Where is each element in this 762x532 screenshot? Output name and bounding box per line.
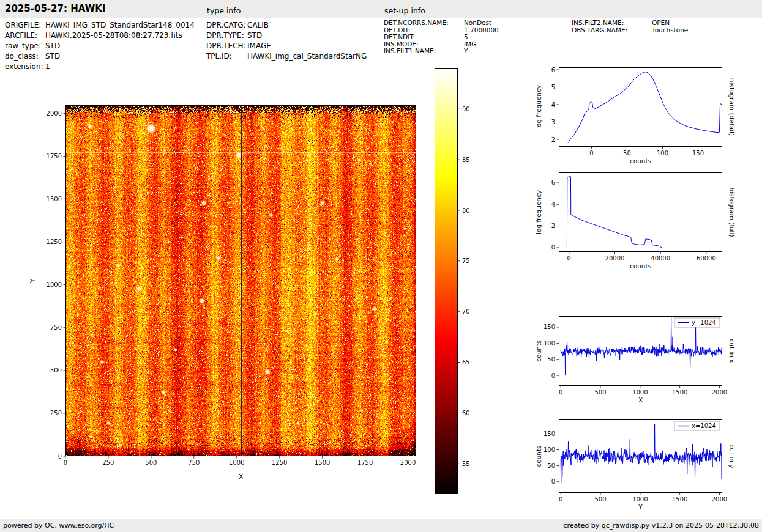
histogram-detail-chart: 05010015023456countslog frequencyhistogr… bbox=[559, 67, 722, 147]
y-tick-label: 50 bbox=[547, 462, 555, 469]
field-value: 5 bbox=[464, 33, 468, 40]
histogram-detail-line bbox=[568, 72, 722, 143]
meta-row: extension:1 bbox=[5, 62, 195, 72]
x-axis-label: X bbox=[638, 396, 643, 404]
field-label: DPR.CATG: bbox=[206, 20, 247, 31]
qc-report-page: 2025-05-27: HAWKI type info set-up info … bbox=[0, 0, 762, 532]
plot-svg: 5560657075808590 bbox=[428, 62, 485, 500]
colorbar-tick-label: 75 bbox=[462, 257, 470, 264]
type-info-section-label: type info bbox=[207, 6, 241, 15]
y-tick-label: 1750 bbox=[47, 153, 62, 160]
x-axis-label: X bbox=[239, 473, 243, 480]
field-value: CALIB bbox=[247, 21, 269, 29]
meta-row: ORIGFILE:HAWKI_IMG_STD_StandardStar148_0… bbox=[5, 20, 195, 31]
plot-svg: 0500100015002000050100150Xcountscut in x… bbox=[522, 304, 762, 416]
x-tick-label: 0 bbox=[589, 150, 593, 157]
colorbar-tick-label: 80 bbox=[462, 207, 470, 214]
field-label: TPL.ID: bbox=[206, 51, 247, 62]
y-tick-label: 50 bbox=[547, 356, 555, 363]
setup-info-block-2: INS.FILT2.NAME:OPEN OBS.TARG.NAME:Touchs… bbox=[572, 20, 688, 34]
meta-row: OBS.TARG.NAME:Touchstone bbox=[572, 27, 688, 34]
colorbar-tick-label: 60 bbox=[462, 410, 470, 416]
x-axis-label: Y bbox=[638, 503, 643, 511]
x-tick-label: 1000 bbox=[632, 389, 648, 396]
y-tick-label: 500 bbox=[50, 367, 62, 374]
x-tick-label: 40000 bbox=[651, 255, 670, 262]
x-tick-label: 100 bbox=[657, 150, 668, 157]
plot-svg: 0250500750100012501500175020000250500750… bbox=[23, 98, 431, 492]
field-label: OBS.TARG.NAME: bbox=[572, 27, 652, 34]
field-value: NonDest bbox=[464, 19, 491, 26]
right-axis-label: cut in x bbox=[728, 339, 736, 363]
y-axis-label: counts bbox=[535, 340, 542, 361]
y-tick-label: 2000 bbox=[47, 110, 62, 117]
plot-svg: 02000040000600000246countslog frequencyh… bbox=[522, 160, 762, 283]
meta-row: ARCFILE:HAWKI.2025-05-28T08:08:27.723.fi… bbox=[5, 31, 195, 41]
colorbar-tick-label: 70 bbox=[462, 308, 470, 315]
x-axis-label: counts bbox=[630, 262, 651, 270]
histogram-full-chart: 02000040000600000246countslog frequencyh… bbox=[559, 172, 722, 252]
detector-image-chart: 0250500750100012501500175020000250500750… bbox=[65, 105, 416, 456]
meta-row: DPR.CATG:CALIB bbox=[206, 20, 367, 31]
x-tick-label: 1750 bbox=[357, 459, 373, 466]
y-tick-label: 0 bbox=[551, 478, 555, 485]
x-tick-label: 50 bbox=[623, 150, 631, 157]
y-tick-label: 750 bbox=[50, 324, 62, 331]
legend: x=1024 bbox=[674, 421, 720, 430]
x-tick-label: 150 bbox=[692, 150, 704, 157]
y-tick-label: 5 bbox=[551, 84, 555, 91]
x-tick-label: 0 bbox=[559, 496, 562, 503]
field-label: INS.FILT2.NAME: bbox=[572, 20, 652, 27]
plot-border bbox=[66, 106, 416, 456]
field-label: raw_type: bbox=[5, 41, 45, 51]
y-tick-label: 0 bbox=[58, 453, 62, 460]
y-tick-label: 1250 bbox=[47, 238, 62, 245]
field-value: OPEN bbox=[652, 19, 670, 26]
x-tick-label: 500 bbox=[594, 496, 606, 503]
x-tick-label: 750 bbox=[188, 459, 200, 466]
colorbar-tick-label: 85 bbox=[462, 157, 470, 163]
x-tick-label: 0 bbox=[567, 255, 571, 262]
y-tick-label: 1500 bbox=[47, 196, 62, 202]
y-tick-label: 0 bbox=[551, 372, 555, 379]
meta-row: DPR.TYPE:STD bbox=[206, 31, 367, 41]
page-title: 2025-05-27: HAWKI bbox=[5, 3, 105, 14]
y-tick-label: 3 bbox=[551, 119, 555, 125]
right-axis-label: cut in y bbox=[728, 444, 736, 468]
x-tick-label: 2000 bbox=[712, 496, 727, 503]
right-axis-label: histogram (full) bbox=[728, 188, 736, 237]
x-tick-label: 1250 bbox=[272, 459, 287, 466]
cut-y-line bbox=[561, 424, 723, 485]
file-info-block: ORIGFILE:HAWKI_IMG_STD_StandardStar148_0… bbox=[5, 20, 195, 72]
field-label: ORIGFILE: bbox=[5, 20, 45, 31]
x-tick-label: 0 bbox=[64, 459, 67, 466]
right-axis-label: histogram (detail) bbox=[728, 78, 736, 136]
meta-row: do_class:STD bbox=[5, 51, 195, 62]
field-value: STD bbox=[247, 31, 262, 40]
colorbar: 5560657075808590 bbox=[435, 68, 458, 494]
colorbar-border bbox=[435, 69, 458, 494]
colorbar-tick-label: 65 bbox=[462, 359, 470, 366]
histogram-full-line bbox=[567, 176, 662, 248]
plot-svg: 0500100015002000050100150Ycountscut in y… bbox=[522, 407, 762, 523]
x-tick-label: 250 bbox=[102, 459, 114, 466]
y-tick-label: 100 bbox=[543, 446, 555, 453]
x-tick-label: 2000 bbox=[712, 389, 727, 396]
plot-border bbox=[559, 68, 722, 147]
setup-info-block-1: DET.NCORRS.NAME:NonDest DET.DIT:1.700000… bbox=[384, 20, 499, 55]
x-tick-label: 1000 bbox=[229, 459, 244, 466]
y-tick-label: 150 bbox=[543, 430, 555, 437]
field-label: ARCFILE: bbox=[5, 31, 45, 41]
y-tick-label: 100 bbox=[543, 340, 555, 347]
meta-row: INS.FILT1.NAME:Y bbox=[384, 48, 499, 55]
field-value: HAWKI_img_cal_StandardStarNG bbox=[247, 52, 367, 61]
meta-row: DPR.TECH:IMAGE bbox=[206, 41, 367, 51]
y-tick-label: 6 bbox=[551, 66, 555, 73]
footer-right-text: created by qc_rawdisp.py v1.2.3 on 2025-… bbox=[563, 522, 759, 530]
x-tick-label: 1500 bbox=[672, 496, 687, 503]
x-tick-label: 60000 bbox=[697, 255, 716, 262]
y-tick-label: 1000 bbox=[47, 281, 62, 288]
y-tick-label: 4 bbox=[551, 201, 555, 208]
field-value: 1 bbox=[45, 62, 50, 71]
y-tick-label: 2 bbox=[551, 223, 555, 229]
